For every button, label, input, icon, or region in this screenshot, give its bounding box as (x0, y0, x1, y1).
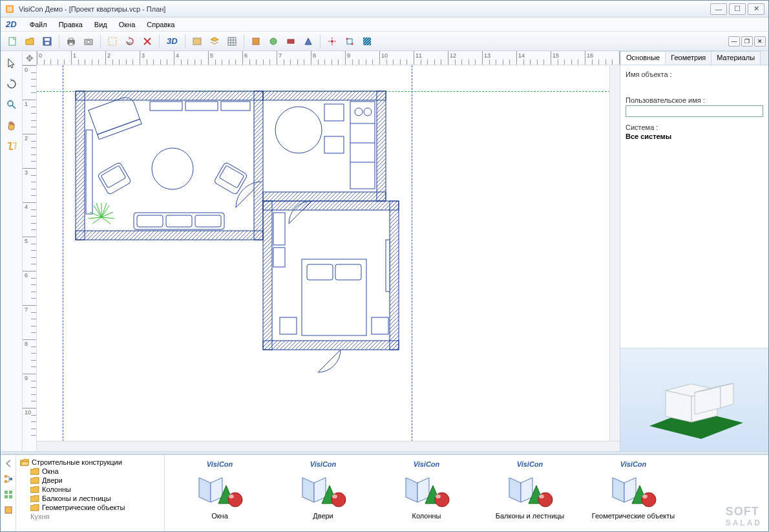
svg-rect-79 (9, 495, 12, 498)
catalog-view-icon[interactable] (3, 489, 14, 500)
user-name-label: Пользовательское имя : (626, 96, 763, 104)
rotate-90-icon[interactable]: 90 (122, 34, 138, 49)
menu-windows[interactable]: Окна (114, 19, 141, 30)
tool-d-icon[interactable] (300, 34, 316, 49)
mdi-restore-button[interactable]: ❐ (741, 36, 753, 47)
svg-rect-30 (263, 192, 386, 201)
ruler-origin[interactable]: ✥ (23, 51, 37, 65)
catalog-back-icon[interactable] (3, 458, 14, 469)
svg-rect-26 (76, 231, 263, 240)
catalog-item-label: Геометрические объекты (592, 512, 675, 520)
open-file-icon[interactable] (22, 34, 37, 49)
catalog-thumb-icon (194, 471, 246, 509)
tool-b-icon[interactable] (266, 34, 281, 49)
folder-columns[interactable]: Колонны (20, 485, 160, 494)
select-marquee-icon[interactable] (105, 34, 120, 49)
tab-basic[interactable]: Основные (620, 51, 666, 65)
canvas-scrollbar-v[interactable] (609, 65, 620, 451)
svg-rect-37 (166, 215, 192, 227)
tool-a-icon[interactable] (248, 34, 264, 49)
save-icon[interactable] (39, 34, 55, 49)
maximize-button[interactable]: ☐ (729, 3, 746, 15)
svg-rect-34 (263, 201, 272, 350)
svg-point-86 (332, 495, 337, 498)
user-name-input[interactable] (626, 105, 763, 117)
catalog-brand: VisiCon (414, 460, 440, 468)
folder-icon (30, 468, 39, 475)
svg-rect-33 (263, 341, 399, 350)
catalog-item[interactable]: VisiConБалконы и лестницы (488, 460, 572, 526)
camera-icon[interactable] (81, 34, 96, 49)
object-name-value (626, 80, 763, 90)
svg-rect-28 (263, 91, 386, 100)
layers-icon[interactable] (207, 34, 222, 49)
folder-root[interactable]: Строительные конструкции (20, 458, 160, 467)
folder-windows[interactable]: Окна (20, 467, 160, 476)
folder-geometry[interactable]: Геометрические объекты (20, 503, 160, 512)
object-name-label: Имя объекта : (626, 70, 763, 78)
svg-rect-48 (86, 130, 92, 214)
folder-label: Двери (42, 476, 63, 484)
menu-file[interactable]: Файл (25, 19, 52, 30)
cursor-tool[interactable] (3, 55, 20, 72)
svg-rect-1 (7, 6, 12, 12)
folder-cutoff[interactable]: Кухня (20, 512, 160, 521)
canvas-scrollbar-h[interactable] (37, 441, 620, 451)
folder-label: Балконы и лестницы (42, 495, 111, 502)
mdi-close-button[interactable]: ✕ (754, 36, 766, 47)
mode-2d-label[interactable]: 2D (3, 19, 19, 29)
tab-materials[interactable]: Материалы (711, 51, 761, 65)
preview-3d[interactable] (620, 348, 768, 451)
mdi-minimize-button[interactable]: — (728, 36, 740, 47)
catalog-settings-icon[interactable] (3, 504, 14, 516)
folder-doors[interactable]: Двери (20, 476, 160, 485)
drawing-canvas[interactable] (37, 65, 620, 451)
layer-icon[interactable] (189, 34, 205, 49)
svg-rect-14 (228, 37, 236, 45)
new-file-icon[interactable] (5, 34, 20, 49)
svg-point-54 (364, 108, 372, 116)
folder-balconies[interactable]: Балконы и лестницы (20, 494, 160, 503)
minimize-button[interactable]: — (710, 3, 727, 15)
pan-hand-tool[interactable] (3, 117, 20, 134)
menu-edit[interactable]: Правка (54, 19, 88, 30)
tool-c-icon[interactable] (283, 34, 299, 49)
svg-rect-41 (101, 165, 126, 188)
catalog-brand: VisiCon (207, 460, 233, 468)
svg-rect-62 (273, 213, 285, 245)
svg-point-92 (539, 495, 544, 498)
catalog-thumb-icon (297, 471, 349, 509)
catalog-tree-icon[interactable] (3, 473, 14, 485)
menu-view[interactable]: Вид (89, 19, 112, 30)
canvas-area: ✥ 01234567891011121314151617 01234567891… (23, 51, 620, 451)
svg-text:90: 90 (127, 41, 132, 45)
rotate-tool[interactable] (3, 76, 20, 92)
menu-help[interactable]: Справка (142, 19, 180, 30)
tab-geometry[interactable]: Геометрия (665, 51, 711, 65)
catalog-brand: VisiCon (517, 460, 543, 468)
close-button[interactable]: ✕ (748, 3, 764, 15)
folder-icon (30, 495, 39, 502)
zoom-tool[interactable] (3, 96, 20, 113)
hatch-icon[interactable] (359, 34, 375, 49)
svg-rect-36 (137, 215, 163, 227)
snap-a-icon[interactable] (324, 34, 340, 49)
catalog-item[interactable]: VisiConОкна (178, 460, 262, 526)
properties-tabs: Основные Геометрия Материалы (620, 51, 768, 65)
svg-rect-74 (5, 480, 7, 483)
catalog-tree: Строительные конструкции Окна Двери Коло… (16, 455, 165, 531)
orbit-tool[interactable] (3, 138, 20, 154)
horizontal-ruler[interactable]: 01234567891011121314151617 (37, 51, 620, 65)
catalog-item[interactable]: VisiConДвери (281, 460, 365, 526)
window-title: VisiCon Демо - [Проект квартиры.vcp - Пл… (19, 5, 708, 13)
print-icon[interactable] (63, 34, 79, 49)
snap-b-icon[interactable] (342, 34, 357, 49)
delete-icon[interactable] (140, 34, 155, 49)
svg-point-39 (152, 148, 193, 189)
grid-icon[interactable] (224, 34, 240, 49)
catalog-item[interactable]: VisiConКолонны (384, 460, 469, 526)
mode-3d-button[interactable]: 3D (163, 34, 181, 49)
vertical-ruler[interactable]: 012345678910 (23, 65, 37, 451)
catalog-item[interactable]: VisiConГеометрические объекты (591, 460, 675, 526)
svg-rect-13 (193, 38, 201, 45)
